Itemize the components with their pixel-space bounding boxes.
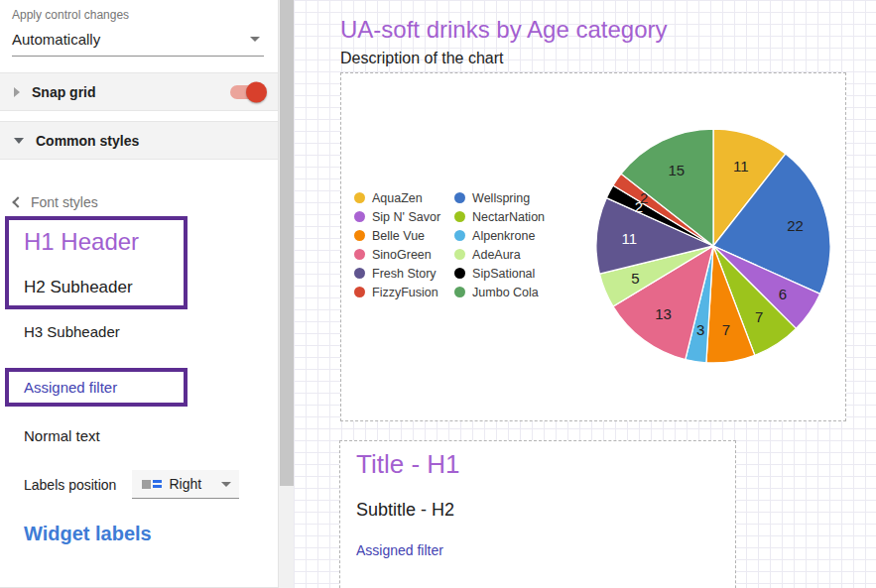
legend-label: Belle Vue bbox=[372, 229, 425, 243]
legend-item[interactable]: Alpenkrone bbox=[454, 226, 545, 245]
labels-position-label: Labels position bbox=[24, 477, 116, 493]
label-position-icon bbox=[142, 480, 162, 489]
scrollbar-thumb[interactable] bbox=[280, 0, 294, 486]
text-widget[interactable]: Title - H1 Subtitle - H2 Assigned filter bbox=[339, 440, 736, 588]
legend-swatch bbox=[354, 192, 365, 203]
legend-item[interactable]: Belle Vue bbox=[354, 226, 440, 245]
legend-label: Wellspring bbox=[472, 191, 530, 205]
legend-label: Jumbo Cola bbox=[472, 286, 539, 299]
legend-item[interactable]: Sip N' Savor bbox=[354, 207, 440, 226]
legend-item[interactable]: SipSational bbox=[454, 264, 545, 283]
chart-legend: AquaZenSip N' SavorBelle VueSinoGreenFre… bbox=[354, 188, 545, 301]
pie-slice-label: 15 bbox=[668, 162, 685, 178]
chevron-down-icon bbox=[14, 138, 24, 144]
assigned-filter-highlight-box: Assigned filter bbox=[5, 368, 188, 407]
text-widget-subtitle: Subtitle - H2 bbox=[356, 500, 454, 521]
font-styles-label: Font styles bbox=[31, 194, 98, 210]
apply-control-value: Automatically bbox=[12, 31, 100, 48]
legend-item[interactable]: Fresh Story bbox=[354, 264, 440, 283]
snap-grid-row[interactable]: Snap grid bbox=[0, 72, 278, 111]
legend-item[interactable]: AquaZen bbox=[354, 188, 440, 207]
legend-item[interactable]: SinoGreen bbox=[354, 245, 440, 264]
pie-slice-label: 11 bbox=[733, 158, 749, 175]
legend-label: AdeAura bbox=[472, 248, 521, 262]
legend-label: SinoGreen bbox=[372, 248, 432, 262]
pie-slice-label: 5 bbox=[631, 270, 639, 287]
apply-control-section: Apply control changes Automatically bbox=[12, 8, 264, 57]
legend-swatch bbox=[454, 230, 465, 241]
snap-grid-toggle[interactable] bbox=[230, 85, 264, 99]
style-h3-subheader[interactable]: H3 Subheader bbox=[24, 323, 120, 340]
style-normal-text[interactable]: Normal text bbox=[24, 427, 100, 444]
toggle-knob bbox=[246, 81, 267, 102]
legend-swatch bbox=[354, 249, 365, 260]
pie-slice-label: 22 bbox=[787, 217, 804, 234]
legend-swatch bbox=[454, 211, 465, 222]
legend-swatch bbox=[454, 249, 465, 260]
snap-grid-label: Snap grid bbox=[32, 84, 96, 100]
legend-label: AquaZen bbox=[372, 191, 423, 205]
style-h2-subheader[interactable]: H2 Subheader bbox=[24, 278, 184, 297]
chevron-down-icon bbox=[250, 37, 260, 42]
widget-labels-heading: Widget labels bbox=[24, 523, 152, 545]
sidebar-scrollbar[interactable] bbox=[278, 0, 294, 588]
pie-slice-label: 7 bbox=[755, 308, 763, 325]
legend-swatch bbox=[454, 192, 465, 203]
common-styles-label: Common styles bbox=[36, 133, 139, 149]
labels-position-value: Right bbox=[169, 476, 201, 492]
legend-swatch bbox=[354, 287, 365, 297]
chevron-right-icon bbox=[14, 87, 20, 97]
pie-slice-label: 11 bbox=[622, 230, 638, 247]
chart-widget-description: Description of the chart bbox=[340, 50, 504, 67]
legend-label: FizzyFusion bbox=[372, 286, 438, 299]
chevron-down-icon bbox=[221, 482, 231, 487]
legend-item[interactable]: Wellspring bbox=[454, 188, 545, 207]
legend-item[interactable]: NectarNation bbox=[454, 207, 545, 226]
legend-swatch bbox=[354, 230, 365, 241]
legend-label: Sip N' Savor bbox=[372, 210, 440, 224]
pie-slice-label: 3 bbox=[696, 321, 704, 338]
pie-slice-label: 7 bbox=[722, 321, 730, 338]
legend-label: SipSational bbox=[472, 267, 535, 281]
labels-position-field: Labels position Right bbox=[24, 470, 239, 499]
chevron-left-icon bbox=[12, 196, 23, 207]
legend-item[interactable]: FizzyFusion bbox=[354, 283, 440, 301]
legend-item[interactable]: AdeAura bbox=[454, 245, 545, 264]
pie-slice-label: 6 bbox=[779, 286, 787, 302]
legend-label: Fresh Story bbox=[372, 267, 437, 281]
pie-slice-label: 13 bbox=[655, 305, 672, 322]
style-assigned-filter[interactable]: Assigned filter bbox=[24, 379, 184, 396]
legend-swatch bbox=[454, 287, 465, 297]
legend-label: Alpenkrone bbox=[472, 229, 535, 243]
text-widget-title: Title - H1 bbox=[356, 449, 460, 480]
font-styles-back-link[interactable]: Font styles bbox=[14, 194, 98, 210]
report-editor: Apply control changes Automatically Snap… bbox=[0, 0, 876, 588]
pie-chart-widget[interactable]: 11226773135112215 AquaZenSip N' SavorBel… bbox=[340, 72, 846, 421]
common-styles-row[interactable]: Common styles bbox=[0, 121, 278, 160]
apply-control-select[interactable]: Automatically bbox=[12, 29, 264, 57]
legend-label: NectarNation bbox=[472, 210, 545, 224]
header-styles-highlight-box: H1 Header H2 Subheader bbox=[5, 216, 188, 309]
style-sidebar: Apply control changes Automatically Snap… bbox=[0, 0, 278, 588]
labels-position-select[interactable]: Right bbox=[132, 470, 239, 499]
legend-item[interactable]: Jumbo Cola bbox=[454, 283, 545, 301]
chart-widget-title: UA-soft drinks by Age category bbox=[340, 16, 667, 44]
report-canvas[interactable]: UA-soft drinks by Age category Descripti… bbox=[294, 0, 876, 588]
text-widget-assigned-filter[interactable]: Assigned filter bbox=[356, 542, 443, 558]
style-h1-header[interactable]: H1 Header bbox=[24, 228, 184, 256]
legend-swatch bbox=[354, 268, 365, 279]
legend-swatch bbox=[454, 268, 465, 279]
apply-control-label: Apply control changes bbox=[12, 8, 264, 22]
legend-swatch bbox=[354, 211, 365, 222]
